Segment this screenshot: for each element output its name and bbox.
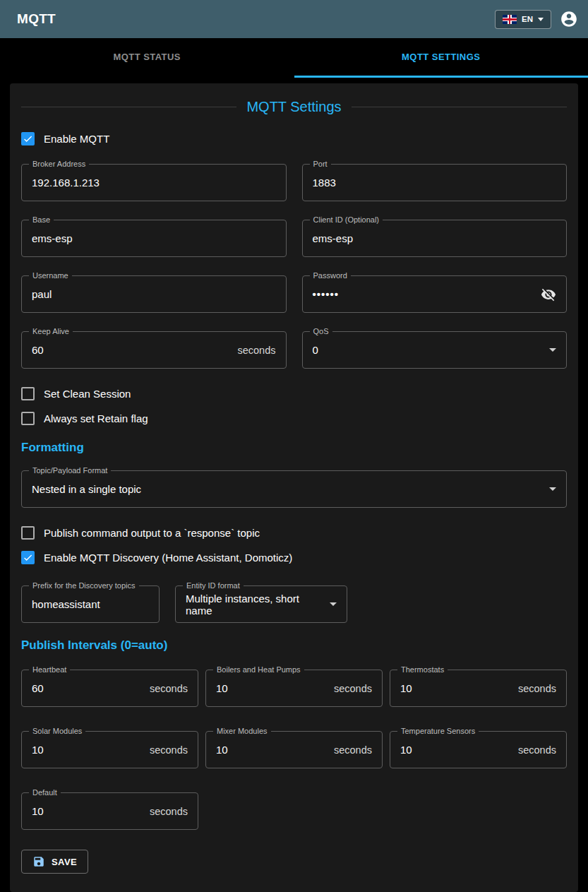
account-icon[interactable]: [560, 10, 578, 28]
discovery-prefix-field[interactable]: Prefix for the Discovery topics homeassi…: [21, 585, 160, 623]
port-field[interactable]: Port 1883: [302, 164, 568, 201]
field-label: Boilers and Heat Pumps: [213, 665, 304, 674]
topic-format-select[interactable]: Topic/Payload Format Nested in a single …: [21, 470, 567, 508]
checkbox-label: Enable MQTT: [44, 133, 109, 145]
keep-alive-field[interactable]: Keep Alive 60 seconds: [21, 331, 287, 369]
field-value: 10: [32, 805, 44, 817]
field-label: Password: [310, 271, 351, 280]
app-bar-actions: EN: [495, 10, 578, 29]
field-value: ••••••: [313, 288, 340, 300]
page-title-divider: MQTT Settings: [21, 99, 567, 115]
field-label: Entity ID format: [183, 581, 244, 590]
language-label: EN: [522, 15, 533, 23]
clean-session-checkbox[interactable]: Set Clean Session: [21, 387, 567, 400]
divider-line: [21, 107, 236, 107]
dropdown-arrow-icon: [549, 487, 556, 491]
tab-bar: MQTT STATUS MQTT SETTINGS: [0, 38, 588, 78]
checkbox-icon: [21, 132, 35, 145]
field-label: Temperature Sensors: [397, 727, 479, 735]
field-value: 10: [216, 744, 228, 756]
field-label: Topic/Payload Format: [29, 466, 111, 475]
checkbox-icon: [21, 526, 35, 540]
save-button[interactable]: SAVE: [21, 850, 88, 874]
field-value: 10: [400, 744, 412, 756]
client-id-field[interactable]: Client ID (Optional) ems-esp: [302, 220, 568, 257]
field-label: Client ID (Optional): [310, 215, 383, 224]
publish-response-checkbox[interactable]: Publish command output to a `response` t…: [21, 526, 567, 540]
broker-address-field[interactable]: Broker Address 192.168.1.213: [21, 164, 287, 201]
connection-fields: Broker Address 192.168.1.213 Port 1883 B…: [21, 164, 567, 369]
publish-intervals-heading: Publish Intervals (0=auto): [21, 638, 567, 653]
mixer-interval-field[interactable]: Mixer Modules 10 seconds: [205, 731, 383, 768]
password-field[interactable]: Password ••••••: [302, 275, 568, 313]
checkbox-icon: [21, 387, 35, 400]
field-label: Prefix for the Discovery topics: [29, 581, 139, 590]
language-selector[interactable]: EN: [495, 10, 551, 29]
select-value: 0: [313, 344, 318, 356]
boilers-interval-field[interactable]: Boilers and Heat Pumps 10 seconds: [205, 670, 383, 707]
field-label: Base: [29, 215, 54, 224]
discovery-checkbox[interactable]: Enable MQTT Discovery (Home Assistant, D…: [21, 551, 567, 564]
app-title: MQTT: [17, 11, 56, 27]
field-label: Port: [310, 160, 331, 168]
tab-mqtt-settings[interactable]: MQTT SETTINGS: [294, 38, 588, 78]
retain-flag-checkbox[interactable]: Always set Retain flag: [21, 412, 567, 425]
tab-mqtt-status[interactable]: MQTT STATUS: [0, 38, 294, 78]
app-bar: MQTT EN: [0, 0, 588, 38]
temperature-sensors-interval-field[interactable]: Temperature Sensors 10 seconds: [390, 731, 567, 768]
save-icon: [32, 855, 45, 868]
field-label: Thermostats: [397, 665, 448, 674]
chevron-down-icon: [538, 18, 544, 21]
field-suffix: seconds: [334, 744, 372, 756]
field-suffix: seconds: [150, 683, 188, 694]
field-label: Default: [29, 788, 61, 797]
qos-select[interactable]: QoS 0: [302, 331, 568, 369]
select-value: Multiple instances, short name: [186, 593, 320, 617]
field-label: Username: [29, 271, 72, 280]
dropdown-arrow-icon: [330, 602, 337, 606]
entity-id-format-select[interactable]: Entity ID format Multiple instances, sho…: [175, 585, 347, 623]
default-interval-field[interactable]: Default 10 seconds: [21, 792, 198, 830]
divider-line: [352, 107, 567, 107]
field-suffix: seconds: [150, 806, 188, 817]
checkbox-icon: [21, 412, 35, 425]
visibility-off-icon: [541, 287, 556, 302]
thermostats-interval-field[interactable]: Thermostats 10 seconds: [390, 670, 567, 707]
publish-intervals-grid: Heartbeat 60 seconds Boilers and Heat Pu…: [21, 670, 567, 830]
field-suffix: seconds: [518, 683, 556, 694]
base-field[interactable]: Base ems-esp: [21, 220, 287, 257]
field-label: QoS: [310, 327, 332, 335]
field-label: Mixer Modules: [213, 727, 271, 735]
field-value: 192.168.1.213: [32, 177, 100, 189]
field-value: 60: [32, 344, 44, 356]
enable-mqtt-checkbox[interactable]: Enable MQTT: [21, 132, 567, 145]
toggle-password-visibility-button[interactable]: [541, 287, 556, 302]
solar-interval-field[interactable]: Solar Modules 10 seconds: [21, 731, 198, 768]
uk-flag-icon: [503, 15, 517, 24]
field-suffix: seconds: [150, 744, 188, 756]
heartbeat-interval-field[interactable]: Heartbeat 60 seconds: [21, 670, 198, 707]
field-label: Broker Address: [29, 160, 89, 168]
field-value: 10: [400, 682, 412, 694]
select-value: Nested in a single topic: [32, 483, 141, 495]
settings-card: MQTT Settings Enable MQTT Broker Address…: [10, 83, 578, 892]
dropdown-arrow-icon: [549, 348, 556, 352]
field-suffix: seconds: [518, 744, 556, 756]
field-label: Solar Modules: [29, 727, 85, 735]
field-value: 60: [32, 682, 44, 694]
field-suffix: seconds: [334, 683, 372, 694]
field-value: paul: [32, 288, 52, 300]
field-value: 10: [216, 682, 228, 694]
field-value: homeassistant: [32, 598, 100, 610]
formatting-heading: Formatting: [21, 441, 567, 455]
username-field[interactable]: Username paul: [21, 275, 287, 313]
page-title: MQTT Settings: [246, 99, 341, 115]
field-value: ems-esp: [313, 232, 354, 244]
checkbox-icon: [21, 551, 35, 564]
checkbox-label: Publish command output to a `response` t…: [44, 527, 260, 539]
discovery-fields: Prefix for the Discovery topics homeassi…: [21, 585, 567, 623]
checkbox-label: Enable MQTT Discovery (Home Assistant, D…: [44, 552, 292, 564]
field-value: 1883: [313, 177, 336, 189]
field-value: ems-esp: [32, 232, 73, 244]
checkbox-label: Always set Retain flag: [44, 412, 148, 424]
